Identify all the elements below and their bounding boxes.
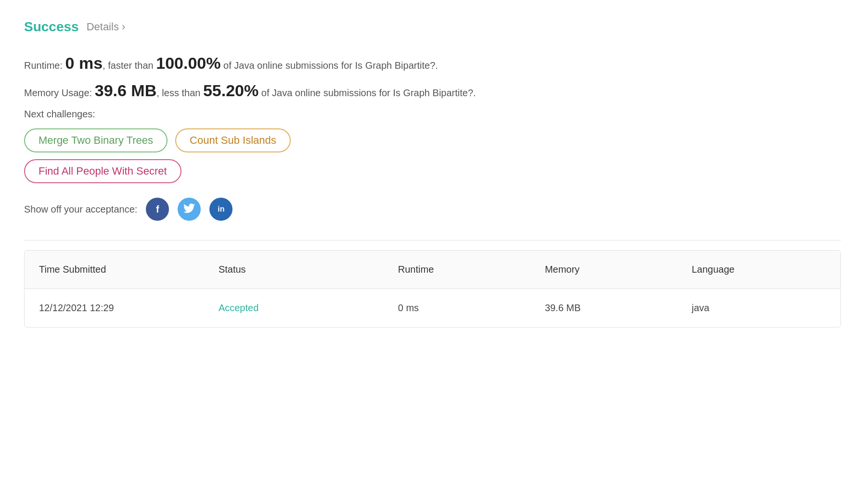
col-header-memory: Memory (530, 251, 677, 289)
runtime-prefix: Runtime: (24, 60, 65, 71)
cell-runtime: 0 ms (384, 289, 530, 328)
success-label: Success (24, 19, 79, 35)
submissions-table: Time Submitted Status Runtime Memory Lan… (25, 251, 840, 327)
runtime-suffix: of Java online submissions for Is Graph … (221, 60, 438, 71)
cell-status: Accepted (204, 289, 384, 328)
social-row: Show off your acceptance: f in (24, 198, 841, 221)
table-header-row: Time Submitted Status Runtime Memory Lan… (25, 251, 840, 289)
challenges-row-2: Find All People With Secret (24, 159, 841, 183)
details-link[interactable]: Details › (87, 21, 126, 33)
challenge-btn-count-sub-islands[interactable]: Count Sub Islands (175, 128, 291, 152)
memory-prefix: Memory Usage: (24, 88, 95, 98)
memory-suffix: of Java online submissions for Is Graph … (258, 88, 476, 98)
cell-language: java (677, 289, 840, 328)
runtime-percent: 100.00% (156, 54, 220, 72)
runtime-stat-line: Runtime: 0 ms, faster than 100.00% of Ja… (24, 54, 841, 73)
col-header-time-submitted: Time Submitted (25, 251, 204, 289)
memory-value: 39.6 MB (95, 81, 157, 100)
table-body: 12/12/2021 12:29Accepted0 ms39.6 MBjava (25, 289, 840, 328)
cell-memory: 39.6 MB (530, 289, 677, 328)
runtime-connector: , faster than (103, 60, 156, 71)
memory-connector: , less than (156, 88, 203, 98)
memory-stat-line: Memory Usage: 39.6 MB, less than 55.20% … (24, 81, 841, 100)
table-row: 12/12/2021 12:29Accepted0 ms39.6 MBjava (25, 289, 840, 328)
section-divider (24, 240, 841, 240)
col-header-language: Language (677, 251, 840, 289)
col-header-runtime: Runtime (384, 251, 530, 289)
page-header: Success Details › (24, 19, 841, 35)
challenge-btn-find-all-people-with-secret[interactable]: Find All People With Secret (24, 159, 181, 183)
facebook-icon[interactable]: f (146, 198, 169, 221)
twitter-letter (183, 203, 195, 215)
challenge-btn-merge-two-binary-trees[interactable]: Merge Two Binary Trees (24, 128, 168, 152)
challenges-row: Merge Two Binary Trees Count Sub Islands (24, 128, 841, 152)
next-challenges-label: Next challenges: (24, 109, 841, 120)
linkedin-letter: in (218, 205, 224, 214)
social-label: Show off your acceptance: (24, 204, 137, 215)
facebook-letter: f (156, 204, 159, 215)
cell-time-submitted: 12/12/2021 12:29 (25, 289, 204, 328)
memory-percent: 55.20% (203, 81, 258, 100)
linkedin-icon[interactable]: in (209, 198, 232, 221)
twitter-icon[interactable] (178, 198, 201, 221)
runtime-value: 0 ms (65, 54, 103, 72)
col-header-status: Status (204, 251, 384, 289)
submissions-table-container: Time Submitted Status Runtime Memory Lan… (24, 250, 841, 328)
